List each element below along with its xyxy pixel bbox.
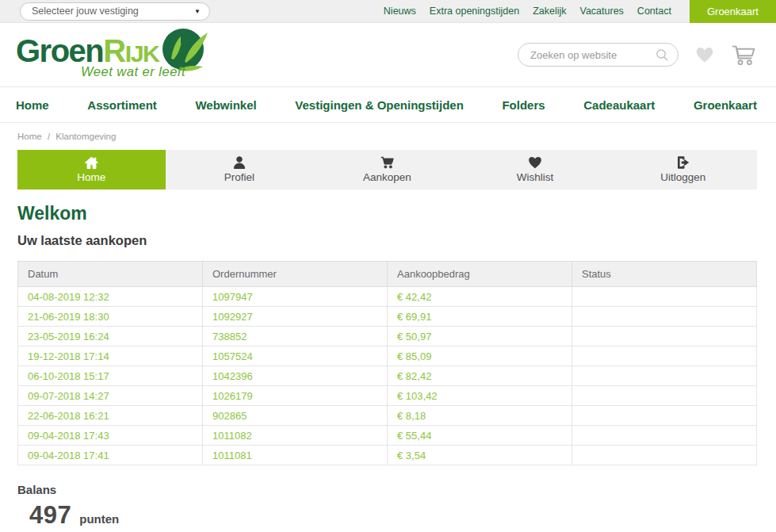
table-row[interactable]: 09-07-2018 14:27 1026179 € 103,42 (18, 386, 757, 406)
cell-datum: 09-04-2018 17:43 (18, 426, 203, 446)
topbar-link-vacatures[interactable]: Vacatures (580, 6, 624, 17)
page-title: Welkom (17, 202, 776, 224)
cell-datum: 06-10-2018 15:17 (18, 366, 203, 386)
cell-ordernummer: 1042396 (203, 366, 388, 386)
cell-ordernummer: 902865 (203, 406, 388, 426)
cell-ordernummer: 1092927 (203, 307, 388, 327)
main-nav: Home Assortiment Webwinkel Vestigingen &… (0, 87, 776, 123)
points-number: 497 (29, 501, 71, 530)
purchases-subtitle: Uw laatste aankopen (17, 232, 776, 248)
balance-section: Balans 497 punten (17, 483, 776, 530)
cell-status (572, 346, 757, 366)
cell-aankoopbedrag: € 50,97 (388, 327, 572, 346)
store-selector[interactable]: Selecteer jouw vestiging ▼ (20, 2, 210, 21)
cell-aankoopbedrag: € 69,91 (388, 307, 572, 327)
breadcrumb-separator: / (48, 132, 50, 141)
tab-label: Aankopen (363, 171, 411, 183)
points-unit: punten (79, 512, 119, 526)
heart-icon (528, 156, 542, 169)
nav-item-cadeaukaart[interactable]: Cadeaukaart (583, 98, 655, 112)
search-icon[interactable] (656, 48, 669, 62)
search-input[interactable] (529, 48, 656, 62)
table-row[interactable]: 06-10-2018 15:17 1042396 € 82,42 (18, 366, 757, 386)
cell-datum: 19-12-2018 17:14 (18, 346, 203, 366)
cell-datum: 09-04-2018 17:41 (18, 446, 203, 465)
table-row[interactable]: 09-04-2018 17:41 1011081 € 3,54 (18, 446, 757, 465)
cell-aankoopbedrag: € 3,54 (388, 446, 572, 465)
cell-aankoopbedrag: € 42,42 (388, 287, 572, 307)
search-box (518, 43, 679, 67)
tab-wishlist[interactable]: Wishlist (461, 150, 610, 189)
nav-item-groenkaart[interactable]: Groenkaart (694, 98, 757, 112)
balance-label: Balans (17, 483, 776, 496)
breadcrumb: Home / Klantomgeving (0, 123, 776, 146)
table-row[interactable]: 22-06-2018 16:21 902865 € 8,18 (18, 406, 757, 426)
cell-status (572, 287, 757, 307)
tab-label: Profiel (224, 171, 254, 183)
cell-datum: 22-06-2018 16:21 (18, 406, 203, 426)
cell-datum: 09-07-2018 14:27 (18, 386, 203, 406)
col-header-datum: Datum (18, 262, 203, 287)
tab-label: Home (77, 171, 105, 183)
logo-text: GroenRIJK (16, 35, 159, 67)
groenrijk-logo[interactable]: GroenRIJK Weet wat er leeft (16, 27, 209, 82)
table-row[interactable]: 04-08-2019 12:32 1097947 € 42,42 (18, 287, 757, 307)
cell-aankoopbedrag: € 103,42 (388, 386, 572, 406)
cell-status (572, 406, 757, 426)
tab-uitloggen[interactable]: Uitloggen (609, 150, 757, 189)
groenkaart-button[interactable]: Groenkaart (690, 0, 776, 23)
tab-label: Uitloggen (660, 171, 705, 183)
nav-item-assortiment[interactable]: Assortiment (87, 98, 157, 112)
account-tabs: Home Profiel Aankopen Wishlist Uitloggen (17, 150, 757, 189)
cell-ordernummer: 1057524 (203, 346, 388, 366)
nav-item-webwinkel[interactable]: Webwinkel (195, 98, 256, 112)
purchases-table: Datum Ordernummer Aankoopbedrag Status 0… (17, 261, 757, 465)
top-bar: Selecteer jouw vestiging ▼ Nieuws Extra … (0, 0, 776, 23)
cell-status (572, 327, 757, 346)
cell-status (572, 446, 757, 465)
tab-home[interactable]: Home (17, 150, 166, 189)
cell-aankoopbedrag: € 85,09 (388, 346, 572, 366)
cell-status (572, 366, 757, 386)
cell-aankoopbedrag: € 82,42 (388, 366, 572, 386)
balance-points: 497 punten (29, 501, 776, 530)
person-icon (233, 156, 246, 169)
logo-tagline: Weet wat er leeft (81, 64, 185, 79)
topbar-link-extra-openingstijden[interactable]: Extra openingstijden (430, 6, 519, 17)
cell-aankoopbedrag: € 55,44 (388, 426, 572, 446)
table-row[interactable]: 21-06-2019 18:30 1092927 € 69,91 (18, 307, 757, 327)
site-header: GroenRIJK Weet wat er leeft (0, 23, 776, 87)
nav-item-folders[interactable]: Folders (502, 98, 545, 112)
topbar-link-contact[interactable]: Contact (637, 6, 671, 17)
nav-item-home[interactable]: Home (16, 98, 49, 112)
cell-datum: 04-08-2019 12:32 (18, 287, 203, 307)
table-row[interactable]: 23-05-2019 16:24 738852 € 50,97 (18, 327, 757, 346)
cell-datum: 23-05-2019 16:24 (18, 327, 203, 346)
home-icon (85, 157, 98, 169)
cell-ordernummer: 1011081 (203, 446, 388, 465)
cell-ordernummer: 1026179 (203, 386, 388, 406)
wishlist-heart-icon[interactable] (695, 46, 714, 63)
store-selector-value: Selecteer jouw vestiging (32, 6, 139, 17)
cart-icon[interactable] (731, 44, 757, 66)
breadcrumb-home[interactable]: Home (17, 132, 42, 141)
cell-status (572, 307, 757, 327)
table-row[interactable]: 09-04-2018 17:43 1011082 € 55,44 (18, 426, 757, 446)
cell-ordernummer: 738852 (203, 327, 388, 346)
chevron-down-icon: ▼ (194, 8, 201, 15)
logout-icon (677, 156, 690, 169)
tab-profiel[interactable]: Profiel (166, 150, 314, 189)
cell-aankoopbedrag: € 8,18 (388, 406, 572, 426)
cell-ordernummer: 1011082 (203, 426, 388, 446)
topbar-links: Nieuws Extra openingstijden Zakelijk Vac… (384, 0, 776, 22)
topbar-link-zakelijk[interactable]: Zakelijk (533, 6, 566, 17)
col-header-ordernummer: Ordernummer (203, 262, 388, 287)
cell-datum: 21-06-2019 18:30 (18, 307, 203, 327)
col-header-status: Status (572, 262, 757, 287)
topbar-link-nieuws[interactable]: Nieuws (384, 6, 416, 17)
table-row[interactable]: 19-12-2018 17:14 1057524 € 85,09 (18, 346, 757, 366)
nav-item-vestigingen[interactable]: Vestigingen & Openingstijden (295, 98, 464, 112)
tab-aankopen[interactable]: Aankopen (313, 150, 461, 189)
cell-status (572, 386, 757, 406)
tab-label: Wishlist (517, 171, 554, 183)
